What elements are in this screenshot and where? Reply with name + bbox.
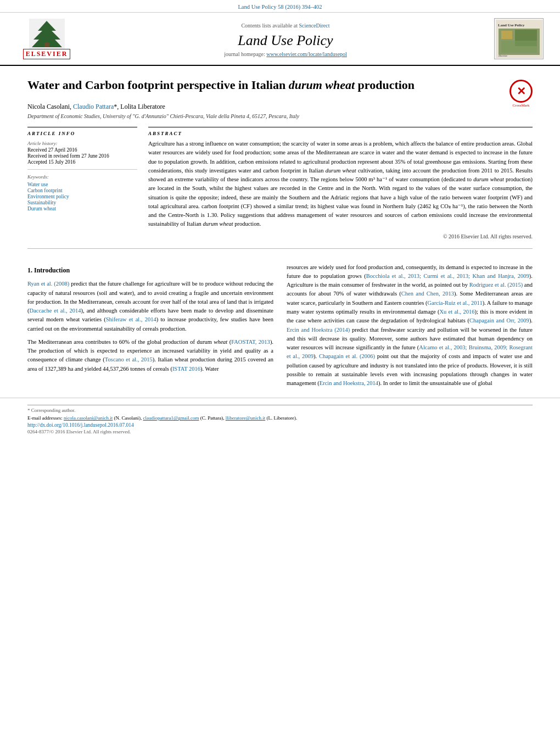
author-names: Nicola Casolani, Claudio Pattara*, Lolit… (27, 103, 165, 110)
homepage-line: journal homepage: www.elsevier.com/locat… (77, 51, 494, 57)
body-col-right: resources are widely used for food produ… (287, 263, 533, 393)
abstract-heading: Abstract (148, 131, 533, 136)
revised-date: Received in revised form 27 June 2016 (27, 153, 137, 159)
elsevier-tree-icon (29, 19, 65, 49)
authors-line: Nicola Casolani, Claudio Pattara*, Lolit… (27, 103, 533, 111)
journal-header: ELSEVIER Contents lists available at Sci… (0, 13, 560, 66)
ref-toscano[interactable]: Toscano et al., 2015 (105, 356, 153, 362)
email-2-link[interactable]: claudiopattara1@gmail.com (143, 415, 199, 421)
content-divider (27, 248, 533, 249)
journal-center: Contents lists available at ScienceDirec… (77, 21, 494, 57)
crossmark-icon: ✕ (509, 80, 533, 103)
author-2-paren: (C. Pattara), (200, 415, 225, 421)
svg-text:Land Use Policy: Land Use Policy (498, 23, 525, 27)
ref-shiferaw[interactable]: Shiferaw et al., 2014 (106, 316, 156, 322)
keyword-2: Carbon footprint (27, 188, 137, 193)
body-para-1: Ryan et al. (2008) predict that the futu… (27, 280, 273, 333)
ref-istat[interactable]: ISTAT 2016 (172, 366, 200, 372)
svg-rect-2 (44, 43, 49, 47)
section-1-heading: 1. Introduction (27, 265, 273, 276)
body-para-2: The Mediterranean area contributes to 60… (27, 338, 273, 373)
author-pattara-link[interactable]: Claudio Pattara (73, 103, 114, 110)
article-content: Water and Carbon footprint perspective i… (0, 66, 560, 263)
abstract-text: Agriculture has a strong influence on wa… (148, 140, 533, 229)
title-row: Water and Carbon footprint perspective i… (27, 77, 533, 103)
ref-bocchiola[interactable]: Bocchiola et al., 2013; Curmi et al., 20… (366, 273, 529, 279)
article-info-abstract: Article Info Article history: Received 2… (27, 127, 533, 239)
land-use-policy-cover-icon: Land Use Policy elsevier (496, 20, 542, 58)
affiliation: Department of Economic Studies, Universi… (27, 113, 533, 119)
author-3-paren: (L. Liberatore). (267, 415, 298, 421)
article-title: Water and Carbon footprint perspective i… (27, 77, 415, 93)
body-para-3: resources are widely used for food produ… (287, 263, 533, 388)
top-banner: Land Use Policy 58 (2016) 394–402 (0, 0, 560, 13)
sciencedirect-link[interactable]: ScienceDirect (299, 23, 329, 29)
email-3-link[interactable]: lliberatore@unich.it (226, 415, 266, 421)
footer-copyright: 0264-8377/© 2016 Elsevier Ltd. All right… (27, 429, 533, 434)
copyright-line: © 2016 Elsevier Ltd. All rights reserved… (148, 233, 533, 239)
keyword-1: Water use (27, 182, 137, 187)
article-info-heading: Article Info (27, 131, 137, 136)
homepage-link[interactable]: www.elsevier.com/locate/landusepol (266, 51, 347, 57)
crossmark-badge[interactable]: ✕ CrossMark (509, 80, 533, 103)
footer-note: * Corresponding author. (27, 405, 533, 413)
doi-url-link[interactable]: http://dx.doi.org/10.1016/j.landusepol.2… (27, 422, 134, 428)
abstract-box: Abstract Agriculture has a strong influe… (148, 127, 533, 239)
accepted-date: Accepted 15 July 2016 (27, 159, 137, 165)
ref-garcia[interactable]: García-Ruiz et al., 2011 (427, 300, 482, 306)
ref-xu[interactable]: Xu et al., 2016 (440, 309, 475, 315)
svg-text:elsevier: elsevier (499, 54, 508, 57)
svg-rect-8 (501, 41, 537, 53)
history-label: Article history: (27, 141, 137, 146)
page: Land Use Policy 58 (2016) 394–402 ELSEVI… (0, 0, 560, 742)
footer: * Corresponding author. E-mail addresses… (0, 398, 560, 439)
author-1-paren: (N. Casolani), (114, 415, 142, 421)
received-date: Received 27 April 2016 (27, 147, 137, 153)
ref-chapagain-2006[interactable]: Chapagain et al. (2006) (319, 353, 375, 359)
contents-line: Contents lists available at ScienceDirec… (77, 21, 494, 30)
info-divider (27, 169, 137, 170)
keyword-4: Sustainability (27, 200, 137, 205)
ref-chapagain-orr[interactable]: Chapagain and Orr, 2009 (469, 317, 529, 323)
ref-ryan-2008[interactable]: Ryan et al. (2008) (27, 281, 69, 287)
doi-line: Land Use Policy 58 (2016) 394–402 (238, 4, 322, 10)
keyword-5: Durum wheat (27, 206, 137, 211)
email-1-link[interactable]: nicola.casolani@unich.it (64, 415, 113, 421)
email-label: E-mail addresses: (27, 415, 63, 421)
doi-link-line: http://dx.doi.org/10.1016/j.landusepol.2… (27, 422, 533, 428)
keyword-3: Environment policy (27, 194, 137, 199)
journal-title: Land Use Policy (77, 32, 494, 49)
svg-rect-6 (501, 31, 512, 39)
ref-daccache[interactable]: Daccache et al., 2014 (30, 308, 81, 314)
ref-rodriguez[interactable]: Rodriguez et al. (2015) (469, 282, 523, 288)
body-content: 1. Introduction Ryan et al. (2008) predi… (0, 263, 560, 393)
elsevier-logo: ELSEVIER (16, 19, 77, 59)
journal-logo-image: Land Use Policy elsevier (494, 18, 544, 59)
keywords-label: Keywords: (27, 174, 137, 180)
email-line: E-mail addresses: nicola.casolani@unich.… (27, 415, 533, 421)
ref-ercin-hoekstra[interactable]: Ercin and Hoekstra (2014) (287, 327, 350, 333)
crossmark-label: CrossMark (509, 103, 533, 108)
ref-faostat[interactable]: FAOSTAT, 2013 (231, 339, 270, 345)
elsevier-label: ELSEVIER (23, 49, 71, 59)
article-info-box: Article Info Article history: Received 2… (27, 127, 137, 239)
ref-ercin-hoekstra-2[interactable]: Ercin and Hoekstra, 2014 (320, 380, 378, 386)
corresponding-note: * Corresponding author. (27, 408, 75, 413)
ref-chen[interactable]: Chen and Chen, 2013 (401, 291, 454, 297)
body-col-left: 1. Introduction Ryan et al. (2008) predi… (27, 263, 273, 393)
